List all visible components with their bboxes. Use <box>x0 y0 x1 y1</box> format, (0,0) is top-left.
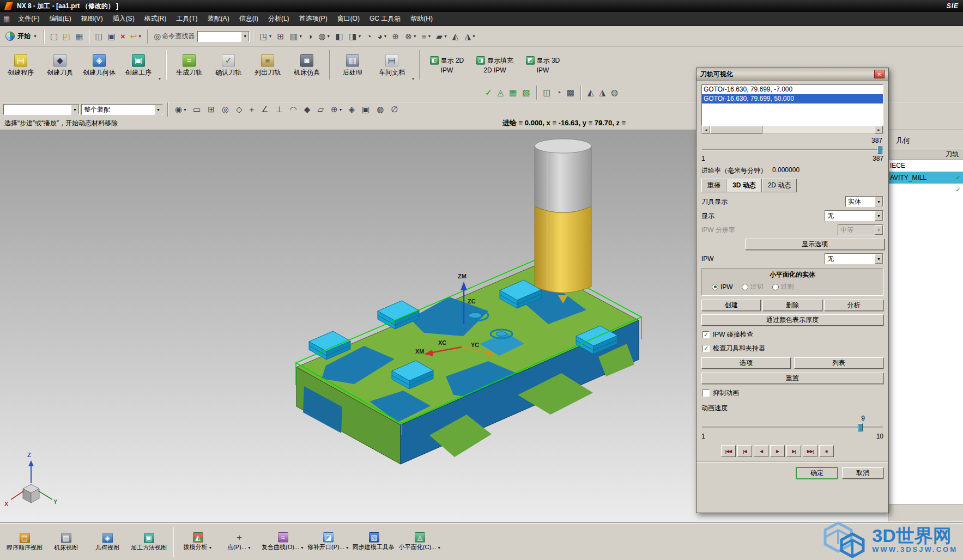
tab-2d-dynamic[interactable]: 2D 动态 <box>762 179 797 192</box>
navigator-column-header[interactable]: 刀轨 <box>888 149 963 160</box>
open-button[interactable]: ◰ <box>60 31 72 42</box>
copy-button[interactable]: ◫ <box>93 31 105 42</box>
verify-toolbar-button[interactable]: ▧ <box>520 87 532 99</box>
speed-slider-thumb[interactable] <box>858 423 863 431</box>
toolbar-button[interactable]: ⊞ <box>275 31 287 42</box>
command-finder-input[interactable]: ▼ <box>197 31 250 42</box>
menu-item[interactable]: 窗口(O) <box>332 12 365 26</box>
ribbon-button[interactable]: ◙ 机床仿真 <box>287 48 326 82</box>
toolbar-button[interactable]: ▰ ▼ <box>434 31 449 42</box>
ribbon-button[interactable]: ≈ 生成刀轨 <box>169 48 209 82</box>
goto-line[interactable]: GOTO/-16.630, 79.699, -7.000 <box>702 85 883 94</box>
playback-button[interactable]: ▶| <box>786 445 801 457</box>
ribbon-button[interactable]: ▥ 后处理 <box>333 48 372 82</box>
playback-button[interactable]: ▶▶| <box>803 445 817 457</box>
scroll-left-icon[interactable]: ◄ <box>702 126 710 133</box>
toolbar-button[interactable]: ▥ ▼ <box>288 31 305 42</box>
toolbar-overflow-icon[interactable]: ▼ <box>411 77 416 83</box>
save-button[interactable]: ▦ <box>73 31 85 42</box>
ribbon-button[interactable]: ≡ 列出刀轨 <box>248 48 287 82</box>
ribbon-button[interactable]: ◧显示 2D IPW <box>423 48 471 82</box>
tab-replay[interactable]: 重播 <box>701 179 726 192</box>
toolbar-button[interactable]: ◳ ▼ <box>257 31 274 42</box>
ribbon-button[interactable]: ◆ 创建刀具 <box>40 48 80 82</box>
undo-button[interactable]: ↩▼ <box>128 31 144 42</box>
menu-item[interactable]: 文件(F) <box>13 12 44 26</box>
snap-filter-button[interactable]: ◉ ▼ <box>173 104 189 115</box>
navigator-row[interactable]: ✓ <box>888 184 963 196</box>
ribbon-button[interactable]: ✓ 确认刀轨 <box>209 48 248 82</box>
menu-item[interactable]: 视图(V) <box>76 12 108 26</box>
toolbar-button[interactable]: ◧ <box>333 31 346 42</box>
navigator-row-selected[interactable]: AVITY_MILL ✓ <box>888 172 963 184</box>
ribbon-button[interactable]: ▤ 创建程序 <box>1 48 40 82</box>
radio-ipw[interactable]: IPW <box>712 283 733 291</box>
tool-button[interactable]: + 点(P)...▼ <box>219 531 259 552</box>
delete-button[interactable]: × <box>118 31 128 42</box>
list-button[interactable]: 列表 <box>794 357 883 369</box>
selection-scope-select[interactable]: 整个装配 ▼ <box>81 104 163 115</box>
ipw-collision-check[interactable]: ✓ IPW 碰撞检查 <box>702 330 882 339</box>
goto-line-selected[interactable]: GOTO/-16.630, 79.699, 50.000 <box>702 94 883 104</box>
analyze-button[interactable]: 分析 <box>824 300 883 311</box>
ipw-select[interactable]: 无 ▼ <box>825 253 883 264</box>
verify-toolbar-button[interactable]: ◫ <box>541 87 553 99</box>
menu-item[interactable]: 插入(S) <box>108 12 140 26</box>
new-file-button[interactable]: ▢ <box>48 31 60 42</box>
goto-list-scrollbar[interactable]: ◄ ► <box>701 126 883 134</box>
playback-button[interactable]: |◀ <box>737 445 752 457</box>
type-filter-select[interactable]: ▼ <box>3 104 80 115</box>
view-button[interactable]: ▣ 加工方法视图 <box>129 532 169 552</box>
playback-button[interactable]: ▶ <box>770 445 785 457</box>
toolbar-button[interactable]: ⊗ ▼ <box>403 31 419 42</box>
dialog-title-bar[interactable]: 刀轨可视化 × <box>696 68 888 81</box>
ribbon-button[interactable]: ▤ 车间文档 <box>372 48 411 82</box>
create-button[interactable]: 创建 <box>701 300 761 311</box>
show-options-button[interactable]: 显示选项 <box>745 239 885 250</box>
toolbar-button[interactable]: ◔ <box>364 31 374 42</box>
cancel-button[interactable]: 取消 <box>842 467 883 479</box>
toolbar-button[interactable]: ≡ ▼ <box>420 31 434 42</box>
snap-filter-button[interactable]: ▭ <box>191 104 204 115</box>
snap-filter-button[interactable]: ▣ <box>360 104 373 115</box>
menu-item[interactable]: 编辑(E) <box>45 12 76 26</box>
ribbon-button[interactable]: ◩显示 3D IPW <box>519 48 567 82</box>
display-select[interactable]: 无 ▼ <box>825 210 883 221</box>
start-menu-button[interactable]: 开始 ▼ <box>2 31 40 42</box>
menu-item[interactable]: 首选项(P) <box>294 12 332 26</box>
playback-button[interactable]: ■ <box>819 445 834 457</box>
verify-toolbar-button[interactable]: ◭ <box>585 87 596 99</box>
tool-button[interactable]: ▧ 同步建模工具条 <box>352 531 397 552</box>
delete-button[interactable]: 删除 <box>762 300 822 311</box>
playback-button[interactable]: |◀◀ <box>721 445 736 457</box>
snap-filter-button[interactable]: ◍ <box>374 104 387 115</box>
tool-button[interactable]: ◭ 拔模分析▼ <box>178 531 218 552</box>
snap-filter-button[interactable]: ⊕ ▼ <box>329 104 345 115</box>
command-finder-button[interactable]: ◎ 命令查找器 <box>152 30 197 42</box>
ok-button[interactable]: 确定 <box>796 467 838 479</box>
close-icon[interactable]: × <box>874 70 885 78</box>
tool-display-select[interactable]: 实体 ▼ <box>845 196 883 207</box>
snap-filter-button[interactable]: ◠ <box>288 104 300 115</box>
ribbon-button[interactable]: ◨显示填充 2D IPW <box>471 48 519 82</box>
toolbar-button[interactable]: ◑ <box>305 31 316 42</box>
menu-item[interactable]: 信息(I) <box>234 12 263 26</box>
view-button[interactable]: ◈ 几何视图 <box>87 532 128 552</box>
verify-toolbar-button[interactable]: ◬ <box>495 87 506 99</box>
snap-filter-button[interactable]: ◎ <box>220 104 232 115</box>
snap-filter-button[interactable]: ◈ <box>346 104 358 115</box>
radio-excess[interactable]: 过剩 <box>772 282 794 291</box>
toolbar-button[interactable]: ◕ ▼ <box>375 31 390 42</box>
scroll-right-icon[interactable]: ► <box>875 126 883 133</box>
toolbar-button[interactable]: ◍ ▼ <box>316 31 332 42</box>
window-menu-icon[interactable]: ▦ <box>3 15 10 23</box>
tool-button[interactable]: ◬ 小平面化(C)...▼ <box>398 531 442 552</box>
toolbar-overflow-icon[interactable]: ▼ <box>158 77 163 83</box>
verify-toolbar-button[interactable]: ▦ <box>507 87 519 99</box>
verify-toolbar-button[interactable]: ◔ <box>554 87 564 99</box>
playback-button[interactable]: ◀ <box>754 445 768 457</box>
options-button[interactable]: 选项 <box>701 357 791 369</box>
scrollbar-thumb[interactable] <box>710 126 762 133</box>
toolbar-button[interactable]: ⊕ <box>390 31 403 42</box>
snap-filter-button[interactable]: ⊞ <box>205 104 218 115</box>
